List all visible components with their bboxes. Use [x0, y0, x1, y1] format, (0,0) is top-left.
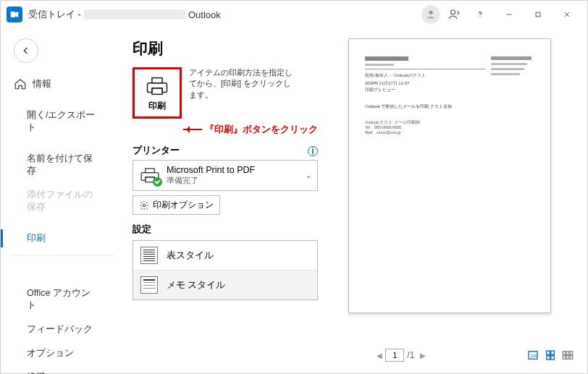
svg-rect-19: [563, 352, 566, 355]
page-title: 印刷: [133, 38, 318, 59]
window-title-app: Outlook: [188, 9, 221, 20]
multi-page-icon[interactable]: [561, 349, 574, 362]
annotation-callout: 『印刷』ボタンをクリック: [183, 123, 318, 136]
sidebar-label-exit: 終了: [14, 371, 59, 374]
arrow-icon: [183, 129, 202, 130]
style-label-table: 表スタイル: [167, 250, 214, 262]
settings-section-heading: 設定: [133, 224, 151, 236]
style-item-memo[interactable]: メモ スタイル: [133, 270, 317, 299]
print-description: アイテムの印刷方法を指定してから、[印刷] をクリックします。: [189, 67, 298, 101]
help-button[interactable]: [466, 4, 495, 25]
preview-extra: 印刷プレビュー: [365, 87, 485, 93]
print-button[interactable]: 印刷: [133, 67, 182, 119]
sidebar-label-options: オプション: [14, 347, 87, 360]
page-total: /1: [407, 350, 414, 360]
sidebar-label-feedback: フィードバック: [14, 323, 106, 336]
memo-style-icon: [140, 276, 158, 294]
preview-body3: Mail xxxxx@xxx.jp: [365, 130, 534, 135]
svg-point-2: [451, 10, 455, 14]
titlebar: 受信トレイ - Outlook: [1, 1, 587, 28]
printer-icon: [145, 75, 169, 97]
printer-status: 準備完了: [167, 175, 255, 186]
close-button[interactable]: [553, 4, 581, 25]
sidebar-item-open-export[interactable]: 開く/エクスポート: [1, 103, 124, 140]
svg-point-3: [479, 16, 480, 17]
svg-rect-23: [566, 356, 569, 360]
svg-rect-8: [152, 78, 162, 83]
sidebar-item-exit[interactable]: 終了: [1, 365, 124, 374]
svg-rect-9: [152, 88, 162, 94]
print-styles-list: 表スタイル メモ スタイル: [133, 240, 318, 300]
style-label-memo: メモ スタイル: [167, 279, 225, 292]
actual-size-icon[interactable]: 100: [526, 349, 539, 362]
svg-text:100: 100: [530, 354, 538, 358]
sidebar-label-info: 情報: [33, 78, 51, 90]
print-button-label: 印刷: [148, 100, 166, 112]
svg-rect-5: [536, 12, 540, 17]
home-icon: [14, 77, 27, 90]
printer-select[interactable]: Microsoft Print to PDF 準備完了 ⌄: [133, 160, 318, 191]
printer-status-icon: [139, 166, 161, 185]
svg-rect-16: [551, 351, 555, 354]
one-page-icon[interactable]: [544, 349, 557, 362]
printer-section-heading: プリンター: [133, 145, 180, 157]
sidebar-item-options[interactable]: オプション: [1, 341, 124, 365]
preview-from-label: 宛先/差出人：: [365, 73, 392, 77]
maximize-button[interactable]: [524, 4, 553, 25]
print-options-button[interactable]: 印刷オプション: [133, 195, 220, 215]
chevron-down-icon: ⌄: [306, 171, 311, 179]
svg-rect-22: [563, 356, 566, 360]
annotation-text: 『印刷』ボタンをクリック: [205, 123, 318, 136]
svg-rect-18: [551, 356, 555, 360]
window-title-redacted: [84, 9, 185, 20]
sidebar-item-print[interactable]: 印刷: [1, 226, 124, 250]
sidebar-label-open-export: 開く/エクスポート: [14, 109, 111, 134]
outlook-logo-icon: [7, 7, 22, 22]
svg-rect-24: [570, 356, 573, 360]
print-preview-page: 宛先/差出人： Outlookのテスト 2020年11月17日 11:07 印刷…: [348, 38, 551, 313]
sidebar-divider: [11, 255, 114, 255]
svg-point-12: [143, 204, 146, 207]
sidebar-label-office-account: Office アカウント: [14, 287, 111, 312]
page-number-input[interactable]: [385, 349, 404, 362]
sidebar-item-info[interactable]: 情報: [1, 72, 124, 96]
svg-rect-15: [547, 351, 550, 354]
sidebar-item-save-attachments: 添付ファイルの保存: [1, 183, 124, 219]
preview-from-value: Outlookのテスト: [393, 73, 426, 77]
main-area: 印刷 印刷 アイテムの印刷方法を指定してから、[印刷] をクリックします。: [124, 28, 587, 373]
sidebar-item-save-as[interactable]: 名前を付けて保存: [1, 147, 124, 183]
table-style-icon: [140, 247, 158, 264]
info-icon[interactable]: i: [308, 146, 318, 156]
sidebar-label-print: 印刷: [14, 232, 59, 245]
svg-point-1: [429, 11, 432, 14]
backstage-sidebar: 情報 開く/エクスポート 名前を付けて保存 添付ファイルの保存 印刷 Offic…: [1, 28, 124, 373]
printer-name: Microsoft Print to PDF: [167, 165, 255, 175]
sidebar-item-office-account[interactable]: Office アカウント: [1, 281, 124, 318]
check-icon: [153, 177, 162, 187]
preview-subject: Outlook で受信したメールを印刷 テスト送信: [365, 103, 534, 110]
svg-rect-20: [566, 352, 569, 355]
preview-body2: Tel 000-0000-0000: [365, 125, 534, 130]
preview-footer: ◀ /1 ▶ 100: [325, 344, 574, 362]
preview-body1: Outlook テスト メール印刷例: [365, 120, 534, 125]
page-next-button[interactable]: ▶: [417, 352, 429, 360]
sidebar-item-feedback[interactable]: フィードバック: [1, 318, 124, 341]
print-settings-column: 印刷 印刷 アイテムの印刷方法を指定してから、[印刷] をクリックします。: [124, 35, 322, 366]
print-preview-column: 宛先/差出人： Outlookのテスト 2020年11月17日 11:07 印刷…: [322, 35, 580, 366]
svg-rect-10: [146, 169, 155, 173]
app-window: 受信トレイ - Outlook 情報: [0, 0, 588, 374]
print-options-label: 印刷オプション: [153, 199, 214, 211]
svg-rect-21: [570, 352, 573, 355]
minimize-button[interactable]: [495, 4, 524, 25]
coming-soon-icon[interactable]: [442, 3, 466, 26]
svg-rect-0: [11, 12, 15, 17]
back-button[interactable]: [14, 38, 38, 63]
account-avatar[interactable]: [419, 3, 442, 26]
style-item-table[interactable]: 表スタイル: [133, 241, 317, 270]
svg-rect-17: [547, 356, 550, 360]
sidebar-label-save-as: 名前を付けて保存: [14, 153, 111, 177]
preview-date: 2020年11月17日 11:07: [365, 80, 485, 87]
page-prev-button[interactable]: ◀: [374, 352, 385, 360]
sidebar-label-save-attachments: 添付ファイルの保存: [14, 189, 111, 213]
window-title-inbox: 受信トレイ -: [28, 8, 81, 21]
